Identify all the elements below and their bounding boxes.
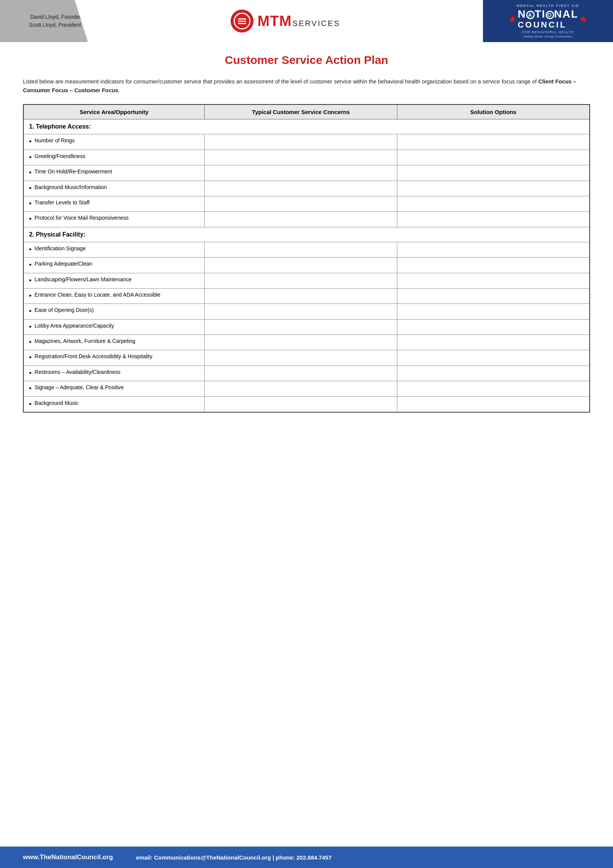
service-item-cell: • Greeting/Friendliness	[23, 150, 205, 165]
section-label: 2. Physical Facility:	[23, 227, 590, 242]
nc-star-left-icon	[509, 15, 516, 23]
nc-tagline-text: Healthy Minds. Strong Communities.	[523, 35, 573, 38]
bullet-icon: •	[29, 307, 31, 316]
service-item-cell: • Background Music	[23, 396, 205, 412]
service-item-cell: • Parking Adequate/Clean	[23, 258, 205, 273]
solutions-cell	[397, 165, 590, 181]
national-council-logo: MENTAL HEALTH FIRST AID NATIONAL COUNCIL	[509, 4, 588, 38]
founder-info: David Lloyd, Founder Scott Lloyd, Presid…	[29, 13, 81, 29]
service-item-text: Entrance Clean, Easy to Locate, and ADA …	[34, 292, 160, 298]
bullet-icon: •	[29, 199, 31, 208]
header-left: David Lloyd, Founder Scott Lloyd, Presid…	[0, 0, 88, 42]
mtm-circle-icon	[231, 10, 254, 33]
table-row: • Lobby Area Appearance/Capacity	[23, 319, 590, 334]
bullet-icon: •	[29, 400, 31, 409]
bullet-icon: •	[29, 168, 31, 177]
solutions-cell	[397, 242, 590, 257]
service-item-text: Greeting/Friendliness	[34, 153, 85, 159]
footer-website: www.TheNationalCouncil.org	[23, 853, 113, 861]
table-section-row: 2. Physical Facility:	[23, 227, 590, 242]
service-table: Service Area/Opportunity Typical Custome…	[23, 104, 590, 413]
table-section-row: 1. Telephone Access:	[23, 119, 590, 134]
table-header-row: Service Area/Opportunity Typical Custome…	[23, 104, 590, 119]
footer-contact: email: Communications@TheNationalCouncil…	[136, 854, 332, 861]
solutions-cell	[397, 181, 590, 196]
founder-name: David Lloyd, Founder	[29, 13, 81, 21]
bullet-icon: •	[29, 338, 31, 347]
bullet-icon: •	[29, 384, 31, 393]
mtm-bold-text: MTM	[257, 14, 292, 28]
service-item-cell: • Number of Rings	[23, 134, 205, 150]
solutions-cell	[397, 134, 590, 150]
nc-national-text: NATIONAL	[518, 8, 579, 20]
nc-top-text: MENTAL HEALTH FIRST AID	[517, 4, 579, 8]
table-row: • Protocol for Voice Mail Responsiveness	[23, 212, 590, 227]
bullet-icon: •	[29, 369, 31, 378]
service-item-text: Parking Adequate/Clean	[34, 261, 92, 267]
table-row: • Number of Rings	[23, 134, 590, 150]
concerns-cell	[205, 258, 397, 273]
main-content: Customer Service Action Plan Listed belo…	[0, 42, 613, 847]
phone-label: phone:	[276, 854, 296, 861]
mtm-logo: MTM SERVICES	[231, 10, 340, 33]
svg-marker-0	[509, 15, 516, 23]
service-item-cell: • Registration/Front Desk Accessibility …	[23, 350, 205, 365]
service-item-text: Background Music	[34, 400, 78, 406]
table-row: • Ease of Opening Door(s)	[23, 304, 590, 319]
mtm-logo-area: MTM SERVICES	[88, 0, 483, 42]
col-service-header: Service Area/Opportunity	[23, 104, 205, 119]
phone-number: 202.684.7457	[296, 854, 332, 861]
table-row: • Magazines, Artwork, Furniture & Carpet…	[23, 335, 590, 350]
bullet-icon: •	[29, 215, 31, 224]
solutions-cell	[397, 335, 590, 350]
service-item-text: Ease of Opening Door(s)	[34, 307, 94, 313]
section-label: 1. Telephone Access:	[23, 119, 590, 134]
table-row: • Parking Adequate/Clean	[23, 258, 590, 273]
service-item-text: Protocol for Voice Mail Responsiveness	[34, 215, 128, 221]
nc-title: NATIONAL COUNCIL	[518, 8, 579, 29]
solutions-cell	[397, 273, 590, 288]
table-row: • Registration/Front Desk Accessibility …	[23, 350, 590, 365]
service-item-cell: • Landscaping/Flowers/Lawn Maintenance	[23, 273, 205, 288]
concerns-cell	[205, 196, 397, 211]
intro-text-regular: Listed below are measurement indicators …	[23, 78, 538, 85]
concerns-cell	[205, 381, 397, 396]
table-row: • Identification Signage	[23, 242, 590, 257]
table-row: • Entrance Clean, Easy to Locate, and AD…	[23, 288, 590, 303]
concerns-cell	[205, 319, 397, 334]
website-bold: TheNationalCouncil	[40, 853, 101, 861]
service-item-text: Registration/Front Desk Accessibility & …	[34, 353, 152, 359]
concerns-cell	[205, 365, 397, 381]
concerns-cell	[205, 134, 397, 150]
email-address: Communications@TheNationalCouncil.org	[154, 854, 271, 861]
solutions-cell	[397, 196, 590, 211]
bullet-icon: •	[29, 353, 31, 362]
bullet-icon: •	[29, 276, 31, 285]
table-row: • Transfer Levels to Staff	[23, 196, 590, 211]
solutions-cell	[397, 304, 590, 319]
intro-paragraph: Listed below are measurement indicators …	[23, 77, 590, 95]
table-row: • Background Music/Information	[23, 181, 590, 196]
bullet-icon: •	[29, 292, 31, 300]
concerns-cell	[205, 150, 397, 165]
service-item-text: Number of Rings	[34, 137, 75, 144]
col-solutions-header: Solution Options	[397, 104, 590, 119]
service-item-cell: • Entrance Clean, Easy to Locate, and AD…	[23, 288, 205, 303]
concerns-cell	[205, 212, 397, 227]
concerns-cell	[205, 165, 397, 181]
service-item-cell: • Background Music/Information	[23, 181, 205, 196]
solutions-cell	[397, 288, 590, 303]
email-label: email:	[136, 854, 154, 861]
table-row: • Greeting/Friendliness	[23, 150, 590, 165]
concerns-cell	[205, 304, 397, 319]
table-row: • Signage – Adequate, Clear & Positive	[23, 381, 590, 396]
service-item-cell: • Protocol for Voice Mail Responsiveness	[23, 212, 205, 227]
service-item-text: Time On Hold/Re-Empowerment	[34, 168, 112, 175]
nc-council-text: COUNCIL	[518, 20, 579, 29]
concerns-cell	[205, 273, 397, 288]
bullet-icon: •	[29, 137, 31, 146]
service-item-text: Transfer Levels to Staff	[34, 199, 89, 206]
page-title: Customer Service Action Plan	[23, 54, 590, 67]
solutions-cell	[397, 396, 590, 412]
service-item-text: Identification Signage	[34, 245, 86, 251]
